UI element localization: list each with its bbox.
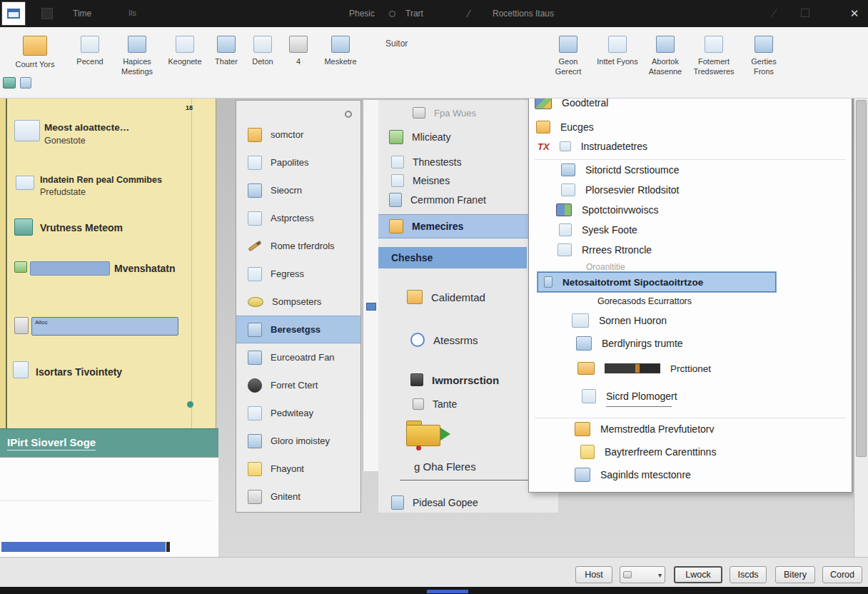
menu-item[interactable]: Plorsesvier Rtlodsitot bbox=[561, 183, 680, 196]
record-icon[interactable] bbox=[345, 111, 352, 118]
list-item-label: Pedwiteay bbox=[271, 408, 313, 418]
ribbon-button[interactable]: Abortok Atasenne bbox=[642, 31, 688, 86]
menu-item-selected[interactable]: Netosaitotromt Sipoctaoitrtzoe bbox=[538, 272, 776, 292]
doc-icon bbox=[580, 445, 595, 459]
doc-icon bbox=[253, 36, 272, 53]
maximize-icon[interactable] bbox=[801, 9, 809, 17]
ribbon-button[interactable]: Mesketre bbox=[317, 31, 364, 86]
list-item[interactable]: Pedwiteay bbox=[236, 399, 360, 427]
menu-item[interactable]: Sicrd Plomogert bbox=[582, 389, 677, 403]
list-item-label: somctor bbox=[271, 129, 303, 140]
doc-item-title[interactable]: Meost aloattecte… bbox=[44, 121, 187, 134]
list-item[interactable]: Sieocrn bbox=[236, 176, 360, 204]
palette-icon[interactable] bbox=[3, 77, 16, 89]
titlebar-menu-item[interactable]: Ils bbox=[128, 9, 136, 17]
scrollbar-thumb[interactable] bbox=[856, 100, 867, 457]
primary-button[interactable]: Lwock bbox=[674, 566, 722, 583]
pie-chart-icon bbox=[248, 378, 262, 393]
doc-item-title[interactable]: Indatein Ren peal Commibes bbox=[40, 174, 191, 186]
titlebar-menu-item[interactable]: Phesic bbox=[349, 9, 375, 19]
ribbon-button[interactable]: Keognete bbox=[164, 31, 206, 86]
section-band[interactable]: Cheshse bbox=[378, 247, 527, 268]
doc-icon bbox=[582, 389, 596, 403]
vertical-scrollbar[interactable] bbox=[854, 27, 868, 557]
list-item[interactable]: Gnitent bbox=[236, 483, 360, 510]
menu-item[interactable]: Pidesal Gopee bbox=[391, 495, 478, 510]
ribbon-button[interactable]: Fotemert Tredsweres bbox=[690, 31, 738, 86]
menu-item[interactable]: Meisnes bbox=[391, 174, 450, 187]
list-item[interactable]: Fhayont bbox=[236, 455, 360, 483]
titlebar-icon[interactable] bbox=[41, 8, 53, 19]
close-button[interactable]: ✕ bbox=[847, 6, 862, 21]
highlight-field[interactable] bbox=[30, 261, 110, 276]
list-item[interactable]: Forret Ctert bbox=[236, 371, 360, 399]
panel-icon bbox=[248, 351, 262, 365]
box-icon bbox=[407, 290, 423, 304]
menu-item[interactable]: Spotctoinvwoiscs bbox=[556, 203, 658, 216]
menu-item[interactable]: Thnestests bbox=[391, 156, 461, 168]
menu-item[interactable]: Saginlds mtesctonre bbox=[575, 468, 691, 482]
ribbon-button[interactable]: Gerties Frons bbox=[741, 31, 787, 86]
list-item-selected[interactable]: Beresetgss bbox=[236, 316, 360, 343]
menu-item[interactable]: Atessrms bbox=[410, 333, 478, 347]
dropdown[interactable]: ▾ bbox=[620, 566, 665, 583]
menu-item[interactable]: Eucges bbox=[536, 121, 594, 134]
ribbon-button[interactable]: Thater bbox=[208, 31, 244, 86]
menu-item[interactable]: Cermmon Franet bbox=[389, 193, 486, 207]
dialog-button[interactable]: Iscds bbox=[730, 566, 767, 583]
menu-item[interactable]: Sitorictd Scrstioumce bbox=[561, 163, 679, 176]
menu-item[interactable]: Gorecasods Ecurrattors bbox=[597, 296, 692, 306]
menu-item[interactable]: Syesk Foote bbox=[559, 223, 637, 236]
host-button[interactable]: Host bbox=[575, 566, 612, 583]
menu-item-selected[interactable]: Memecires bbox=[378, 214, 533, 238]
page-icon bbox=[289, 36, 308, 53]
list-item[interactable]: Sompseters bbox=[236, 288, 360, 316]
doc-item-title[interactable]: Vrutness Meteom bbox=[40, 221, 183, 234]
ribbon-button[interactable]: Inttet Fyons bbox=[595, 31, 640, 86]
list-item[interactable]: Eurceoatrd Fan bbox=[236, 343, 360, 371]
menu-item[interactable]: Baytrerfreem Carenttinns bbox=[580, 445, 716, 459]
application-window: 18 Meost aloattecte… Gonestote Indatein … bbox=[0, 0, 868, 594]
ribbon-button-label: Thater bbox=[215, 57, 238, 67]
app-icon[interactable] bbox=[1, 1, 26, 26]
menu-item[interactable]: Berdlynirgs trumte bbox=[576, 336, 683, 351]
list-item[interactable]: Papolites bbox=[236, 148, 360, 176]
list-item[interactable]: Rome trferdrols bbox=[236, 232, 360, 260]
open-folder-graphic[interactable] bbox=[403, 416, 450, 452]
menu-item[interactable]: Memstredtla Prevfutietorv bbox=[575, 422, 715, 436]
link-item[interactable]: g Oha Fleres bbox=[414, 460, 476, 473]
text-field[interactable]: Aitoc bbox=[31, 317, 178, 336]
doc-item-title[interactable]: Isortars Tivointety bbox=[36, 366, 178, 378]
menu-item-label: Eucges bbox=[560, 121, 594, 133]
menu-item[interactable]: Rrrees Rtroncle bbox=[557, 243, 652, 256]
tools-list: somctor Papolites Sieocrn Astprctess Rom… bbox=[236, 121, 360, 510]
list-icon[interactable] bbox=[20, 77, 31, 89]
titlebar-menu-item[interactable]: Rocettions Itaus bbox=[493, 9, 554, 19]
menu-item[interactable]: Sornen Huoron bbox=[572, 313, 667, 328]
menu-item[interactable]: Tante bbox=[413, 398, 457, 410]
ribbon-button[interactable]: 4 bbox=[283, 31, 314, 86]
list-item[interactable]: Astprctess bbox=[236, 204, 360, 232]
bookmark-icon[interactable] bbox=[366, 303, 376, 311]
split-view-icon bbox=[556, 203, 572, 216]
ribbon-button[interactable]: Geon Gerecrt bbox=[545, 31, 591, 86]
menu-item[interactable]: TXInstruadetetres bbox=[538, 141, 647, 152]
menu-item-label: Meisnes bbox=[413, 175, 450, 186]
list-item[interactable]: Gloro imoistey bbox=[236, 427, 360, 455]
menu-item-label: Calidemtad bbox=[431, 291, 485, 303]
menu-item[interactable]: Calidemtad bbox=[407, 290, 485, 304]
menu-item[interactable]: Iwmorrsction bbox=[410, 373, 499, 386]
menu-item[interactable]: Mlicieaty bbox=[389, 130, 450, 144]
ribbon-button[interactable]: Hapices Mestings bbox=[113, 31, 161, 86]
menu-item[interactable]: Prcttionet bbox=[577, 362, 711, 375]
titlebar-menu-item[interactable]: Trart bbox=[405, 9, 423, 19]
list-item[interactable]: Fegress bbox=[236, 260, 360, 288]
dialog-button[interactable]: Bitery bbox=[775, 566, 815, 583]
list-item[interactable]: somctor bbox=[236, 121, 360, 148]
link-label: g Oha Fleres bbox=[414, 460, 476, 473]
titlebar-menu-item[interactable]: Time bbox=[73, 9, 91, 19]
dialog-button[interactable]: Corod bbox=[822, 566, 862, 583]
ribbon-button[interactable]: Deton bbox=[246, 31, 280, 86]
titlebar-glyph bbox=[771, 9, 777, 17]
ribbon-button[interactable]: Pecend bbox=[70, 31, 110, 86]
